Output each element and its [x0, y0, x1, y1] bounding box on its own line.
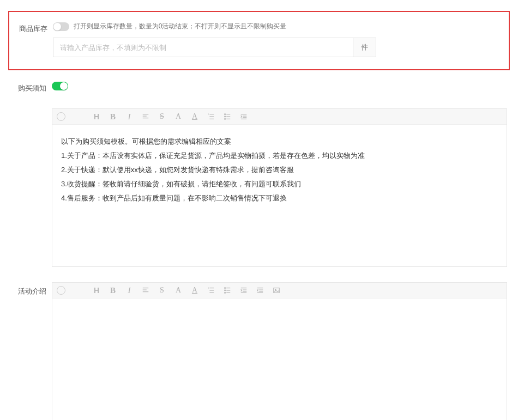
notice-line: 4.售后服务：收到产品后如有质量问题，在不影响二次销售情况下可退换 [61, 191, 498, 205]
indent-button[interactable] [240, 113, 248, 120]
fontsize-button[interactable]: A [174, 287, 182, 294]
outdent-button[interactable] [256, 287, 264, 294]
fontcolor-button[interactable]: A [191, 287, 198, 294]
strike-button[interactable]: S [158, 113, 166, 120]
svg-point-26 [225, 290, 226, 291]
indent-button[interactable] [240, 287, 248, 294]
image-icon[interactable] [273, 287, 280, 294]
editor-toolbar: H B I S A A 1 [52, 109, 507, 125]
notice-label: 购买须知 [8, 81, 46, 93]
svg-point-28 [225, 293, 226, 294]
stock-input[interactable] [53, 38, 353, 57]
notice-line: 1.关于产品：本店设有实体店，保证充足货源，产品均是实物拍摄，若是存在色差，均以… [61, 149, 498, 163]
strike-button[interactable]: S [158, 287, 166, 294]
unordered-list-button[interactable] [224, 287, 231, 294]
bold-button[interactable]: B [109, 113, 117, 121]
editor-toolbar: H B I S A A 1 [52, 283, 507, 299]
italic-button[interactable]: I [125, 287, 133, 295]
ordered-list-button[interactable]: 1 [207, 113, 215, 120]
fontcolor-button[interactable]: A [191, 113, 198, 120]
svg-text:1: 1 [208, 113, 209, 115]
notice-editor: H B I S A A 1 以下为购买须知模板 [52, 108, 507, 267]
heading-button[interactable]: H [93, 287, 100, 294]
stock-switch[interactable] [53, 22, 69, 31]
notice-intro: 以下为购买须知模板。可根据您的需求编辑相应的文案 [61, 135, 498, 149]
notice-switch[interactable] [52, 82, 68, 90]
italic-button[interactable]: I [125, 113, 133, 121]
notice-line: 2.关于快递：默认使用xx快递，如您对发货快递有特殊需求，提前咨询客服 [61, 163, 498, 177]
ordered-list-button[interactable]: 1 [207, 287, 215, 294]
bold-button[interactable]: B [109, 287, 117, 295]
emoji-icon[interactable] [57, 112, 65, 121]
align-button[interactable] [142, 287, 149, 294]
svg-point-7 [225, 114, 226, 115]
emoji-icon[interactable] [57, 286, 65, 295]
svg-point-11 [225, 119, 226, 120]
heading-button[interactable]: H [93, 113, 100, 120]
activity-label: 活动介绍 [8, 282, 46, 296]
notice-editor-body[interactable]: 以下为购买须知模板。可根据您的需求编辑相应的文案 1.关于产品：本店设有实体店，… [52, 125, 507, 266]
svg-text:1: 1 [208, 287, 209, 289]
unordered-list-button[interactable] [224, 113, 231, 120]
svg-point-9 [225, 116, 226, 117]
stock-label: 商品库存 [9, 22, 47, 34]
align-button[interactable] [142, 113, 149, 120]
fontsize-button[interactable]: A [174, 113, 182, 120]
svg-point-24 [225, 288, 226, 289]
stock-unit: 件 [353, 38, 376, 57]
stock-desc: 打开则显示库存数量，数量为0活动结束；不打开则不显示且不限制购买量 [74, 22, 287, 30]
notice-line: 3.收货提醒：签收前请仔细验货，如有破损，请拒绝签收，有问题可联系我们 [61, 177, 498, 191]
activity-editor: H B I S A A 1 [52, 282, 507, 420]
activity-editor-body[interactable] [52, 299, 507, 420]
